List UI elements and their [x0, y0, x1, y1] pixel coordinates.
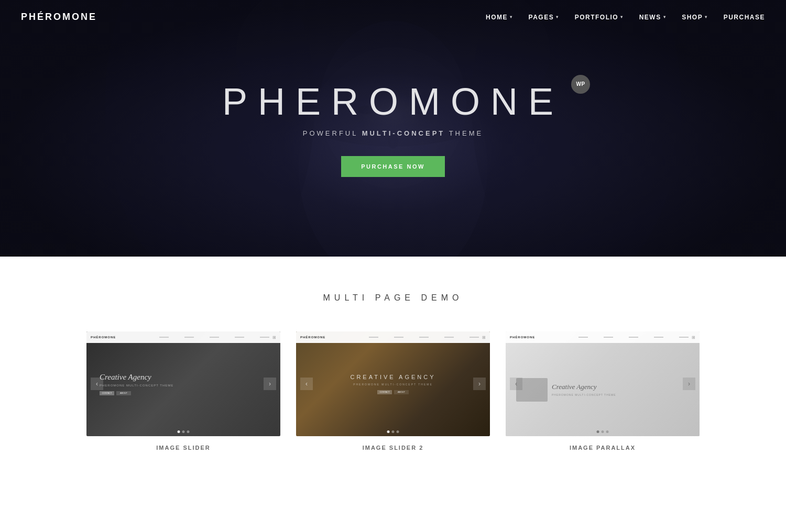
thumb-bar-dots-3: [578, 337, 689, 338]
thumb-bar-3: PHÉROMONE ⊞: [506, 331, 700, 343]
demos-section: MULTI PAGE DEMO PHÉROMONE ⊞: [0, 257, 786, 482]
thumb-ind-3: [187, 430, 190, 433]
thumb-ind-9: [606, 430, 609, 433]
thumb-ind-1: [178, 430, 180, 433]
demo-thumb-3: PHÉROMONE ⊞ Creative Agency: [506, 331, 700, 436]
nav-chevron-home: ▾: [510, 15, 513, 19]
hero-subtitle-end: THEME: [445, 129, 483, 137]
demo-card-1[interactable]: PHÉROMONE ⊞ Creative Agency PHEROMONE MU…: [86, 331, 280, 451]
demo-card-2[interactable]: PHÉROMONE ⊞ CREATIVE AGENCY PHEROMONE MU…: [296, 331, 490, 451]
hero-title: PHEROMONE: [222, 80, 564, 123]
site-logo[interactable]: PHÉROMONE: [21, 12, 97, 23]
thumb-dot-14: [654, 337, 663, 338]
nav-item-pages[interactable]: PAGES▾: [529, 14, 559, 21]
nav-item-purchase[interactable]: PURCHASE: [724, 14, 765, 21]
nav-item-news[interactable]: NEWS▾: [639, 14, 667, 21]
thumb-ind-6: [397, 430, 399, 433]
demos-title: MULTI PAGE DEMO: [21, 293, 765, 303]
thumb-dot-13: [629, 337, 638, 338]
thumb-prev-2[interactable]: ‹: [300, 378, 313, 390]
hero-subtitle-plain: POWERFUL: [303, 129, 362, 137]
demo-label-2: IMAGE SLIDER 2: [296, 445, 490, 451]
thumb-subtitle-1: PHEROMONE MULTI-CONCEPT THEME: [100, 384, 173, 387]
thumb-content-2: CREATIVE AGENCY PHEROMONE MULTI-CONCEPT …: [350, 374, 435, 394]
thumb-btn-1b: ABOUT: [116, 391, 131, 395]
demo-label-1: IMAGE SLIDER: [86, 445, 280, 451]
nav-chevron-news: ▾: [663, 15, 667, 19]
demo-thumb-1: PHÉROMONE ⊞ Creative Agency PHEROMONE MU…: [86, 331, 280, 436]
hero-section: PHEROMONE WP POWERFUL MULTI-CONCEPT THEM…: [0, 0, 786, 257]
thumb-subtitle-2: PHEROMONE MULTI-CONCEPT THEME: [350, 383, 435, 386]
nav-item-shop[interactable]: SHOP▾: [682, 14, 708, 21]
thumb-content-3: Creative Agency PHEROMONE MULTI-CONCEPT …: [552, 383, 616, 396]
thumb-next-2[interactable]: ›: [473, 378, 486, 390]
thumb-btn-1a: CONTACT: [100, 391, 114, 395]
thumb-text-3: Creative Agency: [552, 383, 616, 391]
nav-chevron-pages: ▾: [556, 15, 559, 19]
thumb-inner-1: Creative Agency PHEROMONE MULTI-CONCEPT …: [86, 331, 280, 436]
thumb-text-1: Creative Agency: [100, 373, 173, 382]
thumb-subtitle-3: PHEROMONE MULTI-CONCEPT THEME: [552, 393, 616, 396]
nav-item-portfolio[interactable]: PORTFOLIO▾: [575, 14, 624, 21]
thumb-next-1[interactable]: ›: [264, 378, 276, 390]
header: PHÉROMONE HOME▾PAGES▾PORTFOLIO▾NEWS▾SHOP…: [0, 0, 786, 34]
thumb-content-1: Creative Agency PHEROMONE MULTI-CONCEPT …: [100, 373, 173, 395]
thumb-office-bg: Creative Agency PHEROMONE MULTI-CONCEPT …: [506, 343, 700, 436]
thumb-dot-12: [604, 337, 613, 338]
thumb-inner-2: CREATIVE AGENCY PHEROMONE MULTI-CONCEPT …: [296, 331, 490, 436]
thumb-ind-2: [182, 430, 185, 433]
demo-card-3[interactable]: PHÉROMONE ⊞ Creative Agency: [506, 331, 700, 451]
nav-chevron-shop: ▾: [705, 15, 708, 19]
thumb-next-3[interactable]: ›: [683, 378, 695, 390]
wp-badge: WP: [571, 75, 590, 94]
thumb-prev-3[interactable]: ‹: [510, 378, 522, 390]
purchase-now-button[interactable]: PURCHASE NOW: [341, 156, 445, 177]
demo-thumb-2: PHÉROMONE ⊞ CREATIVE AGENCY PHEROMONE MU…: [296, 331, 490, 436]
thumb-ind-7: [597, 430, 599, 433]
hero-subtitle-bold: MULTI-CONCEPT: [362, 129, 445, 137]
nav-item-home[interactable]: HOME▾: [486, 14, 513, 21]
hero-content: PHEROMONE WP POWERFUL MULTI-CONCEPT THEM…: [222, 80, 564, 177]
thumb-indicators-1: [178, 430, 190, 433]
thumb-ind-8: [602, 430, 604, 433]
thumb-btn-2a: CONTACT: [377, 390, 392, 394]
demo-label-3: IMAGE PARALLAX: [506, 445, 700, 451]
main-nav: HOME▾PAGES▾PORTFOLIO▾NEWS▾SHOP▾PURCHASE: [486, 14, 765, 21]
thumb-indicators-3: [597, 430, 609, 433]
thumb-logo-3: PHÉROMONE: [510, 336, 535, 339]
thumb-dot-11: [578, 337, 588, 338]
thumb-indicators-2: [387, 430, 399, 433]
thumb-icon-3: ⊞: [692, 335, 695, 340]
thumb-btn-2b: ABOUT: [394, 390, 409, 394]
thumb-prev-1[interactable]: ‹: [91, 378, 103, 390]
demos-grid: PHÉROMONE ⊞ Creative Agency PHEROMONE MU…: [79, 331, 707, 451]
thumb-text-2: CREATIVE AGENCY: [350, 374, 435, 380]
nav-chevron-portfolio: ▾: [620, 15, 624, 19]
thumb-ind-5: [392, 430, 395, 433]
thumb-ind-4: [387, 430, 390, 433]
hero-subtitle: POWERFUL MULTI-CONCEPT THEME: [222, 129, 564, 137]
thumb-dot-15: [679, 337, 689, 338]
